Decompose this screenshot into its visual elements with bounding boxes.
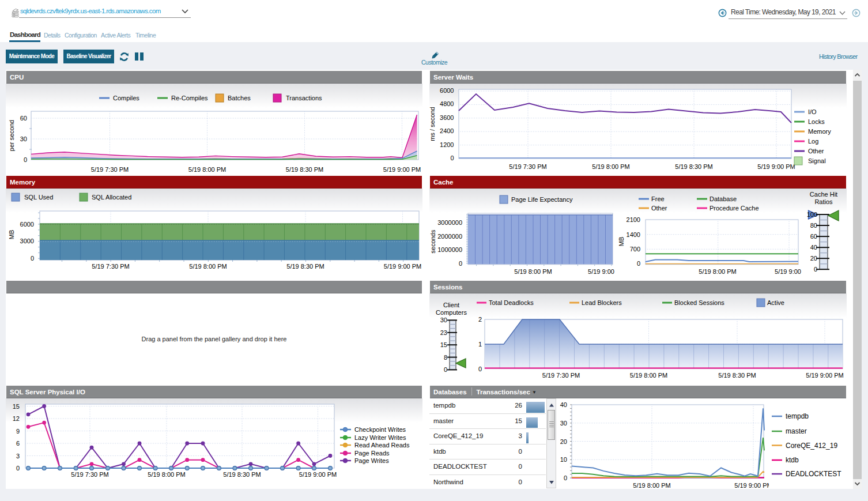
svg-text:5/19 8:00 PM: 5/19 8:00 PM [699,268,736,275]
svg-text:5/19 9:00 PM: 5/19 9:00 PM [806,372,843,379]
svg-text:Locks: Locks [808,118,825,125]
svg-text:23: 23 [440,329,447,336]
svg-text:ms / second: ms / second [429,107,436,141]
svg-text:5/19 8:00 PM: 5/19 8:00 PM [514,268,552,275]
svg-text:ktdb: ktdb [786,456,799,464]
svg-text:8: 8 [444,354,447,361]
svg-text:5/19 9:00: 5/19 9:00 [775,268,801,275]
svg-text:seconds: seconds [429,229,436,253]
svg-text:0: 0 [16,465,20,472]
svg-text:Ratios: Ratios [814,198,833,205]
svg-text:4800: 4800 [440,100,454,107]
svg-text:5/19 7:30 PM: 5/19 7:30 PM [542,372,580,379]
svg-text:Signal: Signal [808,157,826,164]
svg-text:Computers: Computers [436,309,467,316]
svg-text:2: 2 [478,316,482,323]
svg-text:5/19 8:30 PM: 5/19 8:30 PM [223,471,261,478]
svg-text:5/19 8:30 PM: 5/19 8:30 PM [718,372,756,379]
svg-text:1400: 1400 [627,231,640,238]
svg-text:5/19 9:00 PM: 5/19 9:00 PM [734,482,769,488]
svg-text:5/19 8:30 PM: 5/19 8:30 PM [286,166,323,173]
svg-text:Memory: Memory [808,128,831,135]
svg-text:master: master [786,427,807,435]
svg-text:SQL Allocated: SQL Allocated [92,194,131,201]
svg-text:5/19 9:00 PM: 5/19 9:00 PM [299,471,337,478]
svg-text:CoreQE_412_19: CoreQE_412_19 [786,442,837,450]
svg-text:20: 20 [810,255,817,262]
svg-text:5/19 7:30 PM: 5/19 7:30 PM [71,471,108,478]
svg-text:Checkpoint Writes: Checkpoint Writes [354,426,406,433]
svg-text:3600: 3600 [440,114,454,121]
svg-text:Page Reads: Page Reads [354,450,390,457]
svg-text:per second: per second [8,120,15,151]
svg-text:5/19 8:00 PM: 5/19 8:00 PM [630,372,667,379]
svg-text:Read Ahead Reads: Read Ahead Reads [354,442,410,449]
svg-text:2400: 2400 [440,127,454,134]
svg-text:40: 40 [560,401,567,408]
svg-text:5/19 9:00: 5/19 9:00 [588,268,614,275]
svg-text:5/19 8:00 PM: 5/19 8:00 PM [188,166,226,173]
svg-text:3000000: 3000000 [437,219,462,226]
svg-text:20: 20 [560,438,567,445]
svg-text:5/19 8:30 PM: 5/19 8:30 PM [675,163,712,170]
svg-text:Log: Log [808,138,818,145]
svg-text:60: 60 [810,233,817,240]
svg-text:0: 0 [31,255,34,262]
svg-text:700: 700 [630,246,640,253]
svg-text:Re-Compiles: Re-Compiles [171,95,208,101]
svg-text:Transactions: Transactions [286,95,322,101]
svg-text:3000: 3000 [20,238,34,244]
svg-text:12: 12 [13,415,20,422]
svg-text:1200: 1200 [440,141,454,148]
svg-text:Batches: Batches [228,95,251,101]
svg-text:2100: 2100 [627,216,640,223]
svg-text:0: 0 [564,474,567,481]
svg-text:Client: Client [443,302,459,308]
svg-text:10: 10 [560,456,567,463]
svg-text:MB: MB [8,230,15,240]
svg-text:0: 0 [814,266,817,273]
svg-text:Free: Free [651,195,665,202]
svg-text:5/19 8:00 PM: 5/19 8:00 PM [633,482,670,488]
svg-text:Compiles: Compiles [113,95,139,101]
svg-text:5/19 8:00 PM: 5/19 8:00 PM [189,263,227,270]
svg-text:6: 6 [16,440,20,447]
svg-text:1: 1 [478,341,482,348]
svg-text:80: 80 [810,222,817,229]
svg-text:6000: 6000 [20,221,34,228]
svg-text:0: 0 [478,366,482,372]
svg-text:MB: MB [618,237,625,247]
svg-text:60: 60 [20,115,27,122]
svg-text:Lazy Writer Writes: Lazy Writer Writes [354,434,406,441]
svg-text:9: 9 [16,428,20,435]
svg-text:Active: Active [767,299,784,306]
svg-text:15: 15 [440,341,447,348]
svg-text:5/19 9:00 PM: 5/19 9:00 PM [383,166,421,173]
svg-text:Other: Other [808,148,824,155]
svg-text:30: 30 [560,420,567,427]
svg-text:5/19 8:00 PM: 5/19 8:00 PM [148,471,185,478]
svg-text:5/19 9:00 PM: 5/19 9:00 PM [384,263,421,270]
svg-text:0: 0 [459,260,462,267]
svg-text:Procedure Cache: Procedure Cache [710,205,759,212]
svg-text:6000: 6000 [440,87,454,94]
svg-text:Lead Blockers: Lead Blockers [582,299,622,306]
svg-text:3: 3 [16,453,20,459]
svg-text:100: 100 [807,211,817,218]
svg-text:1000000: 1000000 [437,246,462,253]
svg-text:30: 30 [440,317,447,323]
svg-text:5/19 8:30 PM: 5/19 8:30 PM [286,263,324,270]
svg-text:40: 40 [810,244,817,251]
svg-text:15: 15 [13,403,20,410]
svg-text:Cache Hit: Cache Hit [810,191,837,198]
svg-text:30: 30 [20,135,27,142]
svg-text:5/19 8:00 PM: 5/19 8:00 PM [592,163,629,170]
svg-text:Page Life Expectancy: Page Life Expectancy [511,196,573,203]
svg-text:5/19 9:00 PM: 5/19 9:00 PM [757,163,795,170]
svg-text:SQL Used: SQL Used [24,194,53,201]
svg-text:5/19 7:30 PM: 5/19 7:30 PM [92,263,129,270]
svg-text:Other: Other [651,205,667,212]
svg-text:0: 0 [637,260,640,267]
svg-text:0: 0 [444,366,447,373]
svg-text:Blocked Sessions: Blocked Sessions [674,299,724,306]
